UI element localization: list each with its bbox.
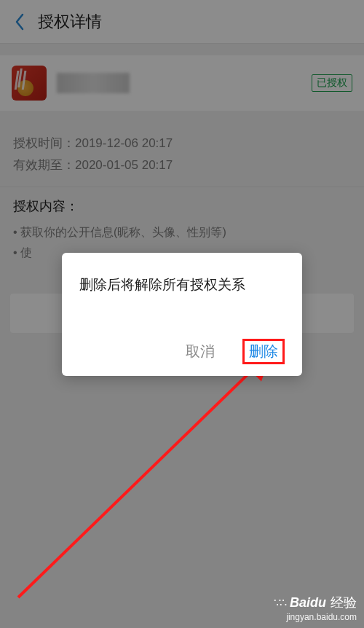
watermark-cn: 经验 [331, 594, 357, 611]
watermark: ∵∴ Baidu 经验 jingyan.baidu.com [274, 594, 357, 622]
modal-overlay[interactable]: 删除后将解除所有授权关系 取消 删除 [0, 0, 364, 628]
confirm-dialog: 删除后将解除所有授权关系 取消 删除 [62, 253, 302, 376]
dialog-message: 删除后将解除所有授权关系 [79, 275, 285, 295]
watermark-url: jingyan.baidu.com [274, 612, 357, 622]
dialog-button-row: 取消 删除 [79, 339, 285, 364]
watermark-brand: Baidu [290, 595, 326, 611]
paw-icon: ∵∴ [274, 596, 285, 610]
delete-button[interactable]: 删除 [242, 339, 285, 364]
cancel-button[interactable]: 取消 [180, 339, 221, 364]
